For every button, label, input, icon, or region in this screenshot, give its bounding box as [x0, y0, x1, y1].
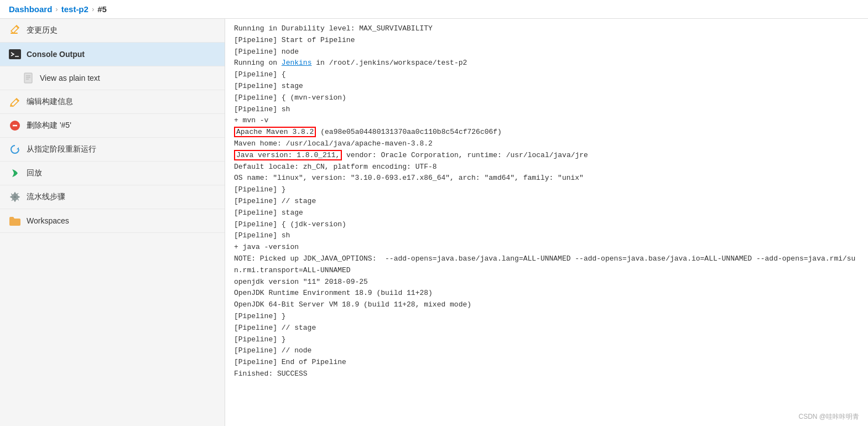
console-line-21: NOTE: Picked up JDK_JAVA_OPTIONS: --add-…: [234, 253, 859, 277]
console-line-10: Apache Maven 3.8.2 (ea98e05a04480131370a…: [234, 127, 859, 138]
console-line-6: [Pipeline] stage: [234, 81, 859, 92]
console-line-7: [Pipeline] { (mvn-version): [234, 92, 859, 104]
console-line-23: OpenJDK Runtime Environment 18.9 (build …: [234, 288, 859, 299]
console-line-26: [Pipeline] // stage: [234, 323, 859, 334]
sidebar-item-change-history[interactable]: 变更历史: [0, 19, 225, 43]
console-line-30: Finished: SUCCESS: [234, 368, 859, 380]
console-line-4: Running on Jenkins in /root/.jenkins/wor…: [234, 58, 859, 69]
sidebar: 变更历史 Console Output View as plain text 编…: [0, 19, 225, 426]
breadcrumb: Dashboard › test-p2 › #5: [0, 0, 868, 19]
sidebar-label-delete-build: 删除构建 '#5': [27, 121, 71, 131]
watermark: CSDN @哇咔咔明青: [798, 412, 859, 422]
console-line-16: [Pipeline] // stage: [234, 196, 859, 207]
sidebar-item-replay[interactable]: 回放: [0, 162, 225, 185]
breadcrumb-dashboard[interactable]: Dashboard: [9, 4, 52, 14]
console-line-25: [Pipeline] }: [234, 311, 859, 323]
sidebar-label-replay: 回放: [27, 168, 42, 178]
console-line-15: [Pipeline] }: [234, 184, 859, 196]
svg-rect-3: [9, 49, 21, 59]
delete-icon: [9, 120, 21, 132]
console-line-24: OpenJDK 64-Bit Server VM 18.9 (build 11+…: [234, 299, 859, 311]
maven-version-highlight: Apache Maven 3.8.2: [234, 127, 316, 137]
sidebar-item-delete-build[interactable]: 删除构建 '#5': [0, 114, 225, 138]
sidebar-label-console-output: Console Output: [27, 50, 85, 59]
console-line-2: [Pipeline] Start of Pipeline: [234, 35, 859, 46]
console-line-14: OS name: "linux", version: "3.10.0-693.e…: [234, 173, 859, 184]
console-output-area: Running in Durability level: MAX_SURVIVA…: [225, 19, 868, 426]
console-line-13: Default locale: zh_CN, platform encoding…: [234, 162, 859, 173]
svg-marker-14: [17, 147, 19, 149]
console-line-3: [Pipeline] node: [234, 46, 859, 58]
sidebar-item-view-plain-text[interactable]: View as plain text: [0, 66, 225, 90]
svg-marker-1: [11, 25, 19, 33]
console-line-29: [Pipeline] End of Pipeline: [234, 357, 859, 368]
breadcrumb-build: #5: [97, 4, 107, 14]
sidebar-label-pipeline-steps: 流水线步骤: [27, 192, 65, 202]
replay-icon: [9, 143, 21, 155]
svg-point-17: [14, 196, 17, 199]
pencil-icon: [9, 24, 21, 37]
sidebar-item-console-output[interactable]: Console Output: [0, 43, 225, 66]
console-line-1: Running in Durability level: MAX_SURVIVA…: [234, 23, 859, 35]
edit-icon: [9, 96, 21, 108]
breadcrumb-sep-1: ›: [55, 5, 58, 13]
console-line-28: [Pipeline] // node: [234, 345, 859, 357]
console-line-5: [Pipeline] {: [234, 69, 859, 81]
console-line-17: [Pipeline] stage: [234, 207, 859, 219]
console-line-27: [Pipeline] }: [234, 334, 859, 346]
sidebar-label-workspaces: Workspaces: [27, 216, 69, 225]
console-line-20: + java -version: [234, 242, 859, 253]
play-leaf-icon: [9, 167, 21, 179]
terminal-icon: [9, 48, 21, 60]
breadcrumb-sep-2: ›: [92, 5, 94, 13]
console-line-12: Java version: 1.8.0_211, vendor: Oracle …: [234, 150, 859, 162]
doc-icon: [22, 72, 34, 84]
java-version-highlight: Java version: 1.8.0_211,: [234, 150, 342, 160]
svg-rect-5: [24, 73, 32, 83]
sidebar-label-edit-build-info: 编辑构建信息: [27, 97, 73, 107]
main-layout: 变更历史 Console Output View as plain text 编…: [0, 19, 868, 426]
sidebar-item-pipeline-steps[interactable]: 流水线步骤: [0, 185, 225, 209]
console-line-9: + mvn -v: [234, 115, 859, 127]
console-line-19: [Pipeline] sh: [234, 230, 859, 242]
sidebar-label-change-history: 变更历史: [27, 25, 58, 35]
console-line-11: Maven home: /usr/local/java/apache-maven…: [234, 138, 859, 150]
sidebar-item-workspaces[interactable]: Workspaces: [0, 209, 225, 233]
console-line-22: openjdk version "11" 2018-09-25: [234, 277, 859, 288]
console-line-8: [Pipeline] sh: [234, 104, 859, 116]
jenkins-link[interactable]: Jenkins: [282, 59, 312, 67]
sidebar-label-restart: 从指定阶段重新运行: [27, 144, 96, 154]
sidebar-item-restart-from-stage[interactable]: 从指定阶段重新运行: [0, 138, 225, 162]
breadcrumb-project[interactable]: test-p2: [61, 4, 89, 14]
folder-icon: [9, 215, 21, 227]
console-line-18: [Pipeline] { (jdk-version): [234, 219, 859, 231]
gear-icon: [9, 191, 21, 203]
sidebar-item-edit-build-info[interactable]: 编辑构建信息: [0, 90, 225, 114]
sidebar-label-view-plain-text: View as plain text: [40, 74, 100, 82]
